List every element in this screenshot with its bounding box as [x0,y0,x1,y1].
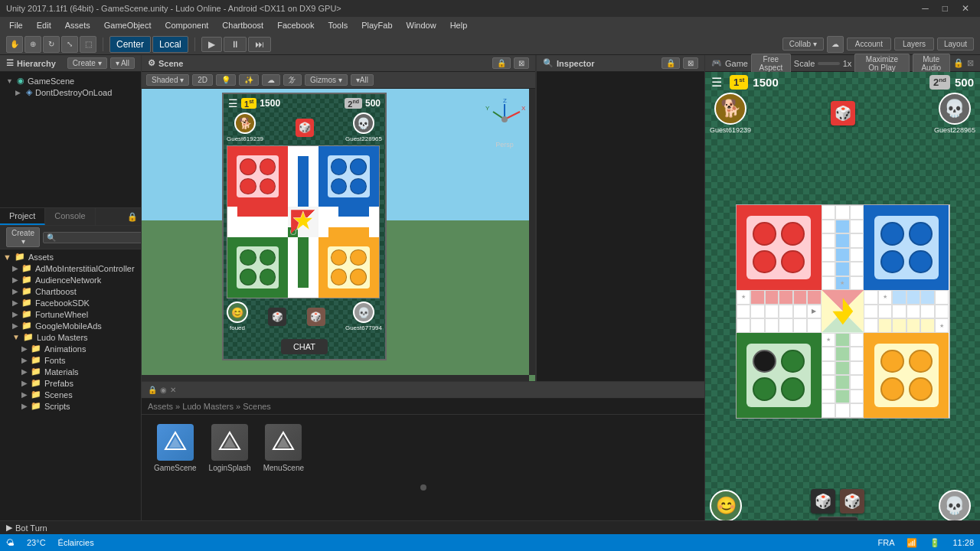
game-die-brown[interactable]: 🎲 [840,489,864,514]
asset-animations[interactable]: ▶ 📁 Animations [0,343,141,354]
rotate-tool-button[interactable]: ↻ [43,36,60,53]
game-lock-button[interactable]: 🔒 [953,58,964,68]
bc7-14 [822,390,836,404]
account-button[interactable]: Account [847,37,891,51]
menu-facebook[interactable]: Facebook [271,19,320,31]
scene-icon-gamescene[interactable]: GameScene [154,424,197,472]
inspector-max-button[interactable]: ⊠ [683,57,698,69]
game-die-red[interactable]: 🎲 [831,101,855,126]
project-search-input[interactable] [43,232,141,243]
menu-file[interactable]: File [3,19,29,31]
minimize-button[interactable]: ─ [917,2,933,15]
layers-button[interactable]: Layers [894,37,934,51]
maximize-on-play-button[interactable]: Maximize On Play [854,54,909,73]
play-button[interactable]: ▶ [201,37,222,52]
close-button[interactable]: ✕ [957,2,974,15]
step-button[interactable]: ⏭ [248,37,271,52]
scene-maximize-button[interactable]: ⊠ [514,57,529,69]
menu-component[interactable]: Component [158,19,214,31]
mute-audio-button[interactable]: Mute Audio [913,54,951,73]
layout-button[interactable]: Layout [937,37,974,51]
cell [298,267,308,277]
menu-window[interactable]: Window [400,19,443,31]
2d-button[interactable]: 2D [192,74,213,86]
hierarchy-create-button[interactable]: Create ▾ [67,57,107,69]
scale-slider[interactable] [818,62,839,65]
asset-admob[interactable]: ▶ 📁 AdMobInterstitialController [0,262,141,274]
rect-tool-button[interactable]: ⬚ [80,36,96,53]
cell [288,146,298,156]
local-button[interactable]: Local [152,36,188,53]
cell [328,227,338,237]
cloud-button[interactable]: ☁ [827,36,844,53]
scene-lock-button[interactable]: 🔒 [492,57,511,69]
project-create-button[interactable]: Create ▾ [6,227,40,247]
asset-fbsdk[interactable]: ▶ 📁 FacebookSDK [0,297,141,308]
game-die-dark[interactable]: 🎲 [811,489,835,514]
status-battery-icon: 🔋 [929,538,940,548]
scene-icon-menuscene[interactable]: MenuScene [263,424,304,472]
center-button[interactable]: Center [109,36,151,53]
titlebar-title: Unity 2017.1.1f1 (64bit) - GameScene.uni… [6,4,917,13]
asset-google[interactable]: ▶ 📁 GoogleMobileAds [0,320,141,331]
scene-scrollbar-v[interactable] [529,89,535,375]
scene-icon-loginsplash[interactable]: LoginSplash [209,424,251,472]
panel-lock-button[interactable]: 🔒 [127,212,138,222]
asset-ludo[interactable]: ▼ 📁 Ludo Masters [0,331,141,343]
scene-fog-button[interactable]: 🌫 [283,74,302,86]
hierarchy-item-gamescene[interactable]: ▼ ◉ GameScene [0,75,141,86]
cell [298,146,308,156]
ml1: ★ [737,290,751,305]
asset-fortune[interactable]: ▶ 📁 FortuneWheel [0,308,141,320]
hand-tool-button[interactable]: ✋ [6,36,23,53]
svg-text:Y: Y [485,105,490,112]
scene-chat-button[interactable]: CHAT [281,339,328,354]
scene-all-button[interactable]: ▾All [351,74,374,86]
asset-scripts[interactable]: ▶ 📁 Scripts [0,400,141,412]
inspector-panel: 🔍 Inspector 🔒 ⊠ [536,55,704,381]
collab-button[interactable]: Collab ▾ [782,37,824,51]
menu-tools[interactable]: Tools [322,19,354,31]
asset-item-assets[interactable]: ▼ 📁 Assets [0,251,141,262]
cell [268,207,278,217]
menu-help[interactable]: Help [444,19,474,31]
hierarchy-all-button[interactable]: ▾ All [110,57,135,69]
shaded-button[interactable]: Shaded ▾ [146,74,189,86]
free-aspect-button[interactable]: Free Aspect [751,54,791,73]
scene-scrollbar-h[interactable] [142,375,529,381]
scene-fx-button[interactable]: ✨ [239,74,259,86]
scale-tool-button[interactable]: ⤡ [61,36,78,53]
hierarchy-item-dontdestroy[interactable]: ▶ ◈ DontDestroyOnLoad [0,86,141,98]
menu-chartboost[interactable]: Chartboost [216,19,270,31]
inspector-content [537,72,704,381]
cell [369,227,379,237]
move-tool-button[interactable]: ⊕ [24,36,41,53]
menu-assets[interactable]: Assets [59,19,96,31]
glt3 [753,377,776,401]
cell [288,237,298,247]
asset-chartboost[interactable]: ▶ 📁 Chartboost [0,285,141,297]
pause-button[interactable]: ⏸ [224,37,247,52]
cell [309,267,318,277]
asset-fonts[interactable]: ▶ 📁 Fonts [0,354,141,366]
game-hamburger-icon[interactable]: ☰ [711,75,722,90]
r8c10 [864,305,878,319]
asset-materials[interactable]: ▶ 📁 Materials [0,366,141,377]
player-bl-name: foued [230,324,245,331]
scene-skybox-button[interactable]: ☁ [262,74,280,86]
inspector-lock-button[interactable]: 🔒 [662,57,680,69]
asset-scenes[interactable]: ▶ 📁 Scenes [0,389,141,400]
menu-playfab[interactable]: PlayFab [355,19,398,31]
gizmos-button[interactable]: Gizmos ▾ [305,74,348,86]
scene-lights-button[interactable]: 💡 [216,74,236,86]
maximize-button[interactable]: □ [938,2,952,15]
menu-gameobject[interactable]: GameObject [98,19,158,31]
folder-arrow: ▶ [21,367,28,376]
game-max-button[interactable]: ⊠ [967,58,974,68]
tab-console[interactable]: Console [45,208,95,225]
asset-prefabs[interactable]: ▶ 📁 Prefabs [0,377,141,389]
tab-project[interactable]: Project [0,208,45,225]
hamburger-icon: ☰ [228,97,238,109]
asset-audience[interactable]: ▶ 📁 AudienceNetwork [0,274,141,285]
menu-edit[interactable]: Edit [31,19,57,31]
